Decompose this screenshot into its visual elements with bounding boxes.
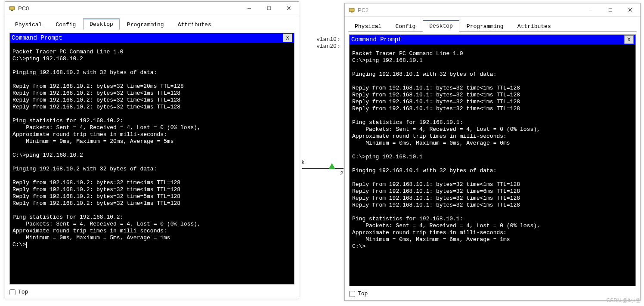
command-prompt-panel: Command Prompt X Packet Tracer PC Comman…: [9, 33, 294, 284]
command-prompt-close-button[interactable]: X: [624, 35, 634, 44]
tab-desktop[interactable]: Desktop: [423, 20, 459, 32]
minimize-button[interactable]: ─: [581, 3, 601, 16]
top-checkbox[interactable]: [9, 289, 15, 295]
command-prompt-close-button[interactable]: X: [283, 34, 292, 42]
svg-rect-0: [9, 6, 15, 10]
tabbar-pc2: Physical Config Desktop Programming Attr…: [345, 17, 640, 31]
command-prompt-title: Command Prompt: [12, 34, 283, 41]
titlebar-pc0[interactable]: PC0 ─ ☐ ✕: [5, 2, 299, 15]
command-prompt-terminal[interactable]: Packet Tracer PC Command Line 1.0 C:\>pi…: [10, 43, 294, 284]
top-checkbox[interactable]: [349, 291, 355, 297]
tab-physical[interactable]: Physical: [9, 19, 48, 30]
svg-rect-3: [351, 12, 353, 12]
tab-attributes[interactable]: Attributes: [171, 19, 218, 30]
maximize-button[interactable]: ☐: [259, 2, 279, 15]
vlan20-label: vlan20:: [316, 43, 340, 49]
close-button[interactable]: ✕: [279, 2, 299, 15]
maximize-button[interactable]: ☐: [601, 3, 620, 16]
command-prompt-terminal[interactable]: Packet Tracer PC Command Line 1.0 C:\>pi…: [350, 44, 635, 286]
terminal-output: Packet Tracer PC Command Line 1.0 C:\>pi…: [352, 50, 540, 243]
command-prompt-panel: Command Prompt X Packet Tracer PC Comman…: [349, 34, 636, 286]
bg-char-lower: 2: [340, 170, 344, 177]
link-status-icon: [328, 163, 335, 169]
terminal-prompt: C:\>: [352, 243, 365, 250]
titlebar-pc2[interactable]: PC2 ─ ☐ ✕: [345, 3, 640, 17]
window-title: PC2: [358, 7, 368, 13]
bg-char-upper: k: [301, 159, 305, 166]
top-label: Top: [18, 289, 28, 295]
window-pc2: PC2 ─ ☐ ✕ Physical Config Desktop Progra…: [344, 3, 641, 301]
tabbar-pc0: Physical Config Desktop Programming Attr…: [5, 15, 299, 30]
svg-rect-1: [11, 10, 13, 11]
terminal-output: Packet Tracer PC Command Line 1.0 C:\>pi…: [12, 49, 201, 241]
tab-config[interactable]: Config: [389, 21, 422, 31]
topology-link: [302, 168, 344, 169]
footer-pc0: Top: [5, 286, 299, 299]
minimize-button[interactable]: ─: [239, 2, 259, 15]
vlan10-label: vlan10:: [316, 36, 340, 43]
command-prompt-header: Command Prompt X: [10, 33, 294, 43]
terminal-prompt: C:\>: [12, 241, 27, 248]
app-icon: [348, 6, 355, 13]
footer-pc2: Top: [345, 288, 640, 300]
tab-attributes[interactable]: Attributes: [511, 21, 557, 31]
tab-physical[interactable]: Physical: [348, 21, 388, 31]
window-title: PC0: [18, 5, 29, 12]
tab-desktop[interactable]: Desktop: [83, 19, 120, 30]
svg-rect-2: [349, 8, 354, 12]
window-pc0: PC0 ─ ☐ ✕ Physical Config Desktop Progra…: [5, 1, 299, 299]
app-icon: [9, 5, 15, 12]
command-prompt-header: Command Prompt X: [350, 35, 635, 44]
watermark: CSDN @it小熙: [606, 297, 641, 304]
close-button[interactable]: ✕: [620, 3, 640, 16]
top-label: Top: [358, 291, 368, 297]
tab-programming[interactable]: Programming: [460, 21, 510, 31]
tab-config[interactable]: Config: [49, 19, 82, 30]
command-prompt-title: Command Prompt: [351, 36, 624, 43]
tab-programming[interactable]: Programming: [121, 19, 170, 30]
